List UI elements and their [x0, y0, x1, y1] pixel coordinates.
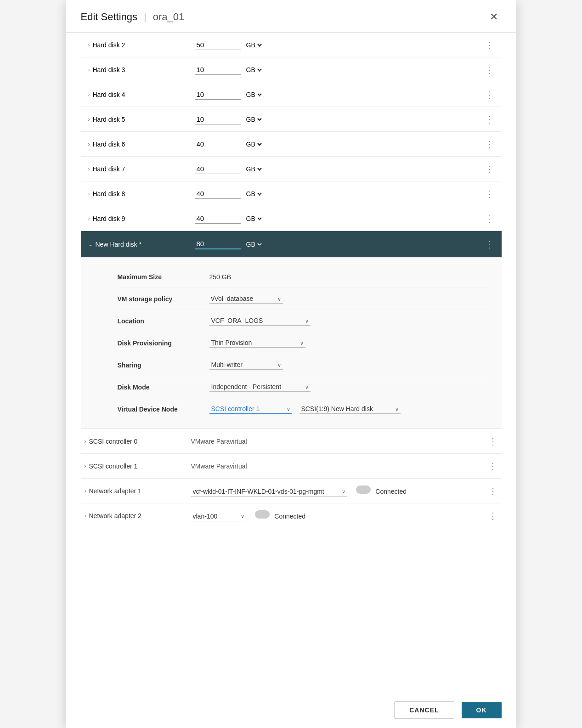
disk-label-disk7: › Hard disk 7 [85, 165, 195, 173]
location-label: Location [118, 317, 209, 325]
disk-unit-select-disk6[interactable]: GBMBTB [244, 140, 263, 148]
network-adapter-value-wrap-net2: vlan-100 Connected [191, 510, 485, 521]
disk-more-button-disk6[interactable]: ⋮ [481, 140, 498, 149]
disk-unit-select-disk7[interactable]: GBMBTB [244, 165, 263, 173]
vdn-disk-select[interactable]: SCSI(1:9) New Hard disk [299, 404, 401, 414]
disk-input-wrap-disk6: GBMBTB [195, 139, 481, 149]
connected-toggle-net2[interactable] [255, 510, 270, 519]
network-adapter-more-button-net2[interactable]: ⋮ [485, 511, 502, 520]
disk-size-input-disk2[interactable] [195, 40, 241, 50]
disk-input-wrap-disk4: GBMBTB [195, 90, 481, 100]
vdn-disk-select-wrap: SCSI(1:9) New Hard disk [299, 404, 401, 414]
new-hard-disk-more-button[interactable]: ⋮ [481, 240, 498, 249]
network-adapter-network-select-wrap-net2: vlan-100 [191, 512, 246, 521]
disk-row-disk4: › Hard disk 4 GBMBTB ⋮ [81, 82, 502, 107]
disk-more-button-disk7[interactable]: ⋮ [481, 164, 498, 174]
disk-row-inner-disk5: › Hard disk 5 GBMBTB ⋮ [81, 114, 502, 124]
disk-more-button-disk8[interactable]: ⋮ [481, 189, 498, 198]
virtual-device-node-label: Virtual Device Node [118, 406, 209, 413]
disk-unit-wrap-disk5: GBMBTB [241, 115, 263, 124]
chevron-right-icon: › [88, 67, 90, 73]
disk-label-disk2: › Hard disk 2 [85, 41, 195, 49]
sharing-select-wrap: Multi-writer No sharing [209, 360, 283, 370]
disk-size-input-disk9[interactable] [195, 214, 241, 224]
disk-more-button-disk9[interactable]: ⋮ [481, 214, 498, 223]
disk-label-disk4: › Hard disk 4 [85, 91, 195, 98]
sharing-select[interactable]: Multi-writer No sharing [209, 360, 283, 370]
disk-size-input-disk5[interactable] [195, 114, 241, 124]
disk-size-input-disk6[interactable] [195, 139, 241, 149]
disk-more-button-disk5[interactable]: ⋮ [481, 115, 498, 124]
chevron-right-icon: › [88, 42, 90, 48]
chevron-right-icon: › [88, 166, 90, 172]
vdn-controller-select-wrap: SCSI controller 1 SCSI controller 0 [209, 404, 292, 414]
disk-more-button-disk2[interactable]: ⋮ [481, 40, 498, 50]
disk-unit-select-disk3[interactable]: GBMBTB [244, 66, 263, 74]
chevron-right-icon: › [88, 91, 90, 98]
disk-unit-select-disk4[interactable]: GBMBTB [244, 90, 263, 99]
disk-provisioning-select[interactable]: Thin Provision Thick Provision Lazy Zero… [209, 338, 305, 348]
new-hard-disk-unit-select[interactable]: GB MB TB [244, 240, 263, 248]
disk-label-text-disk9: Hard disk 9 [93, 215, 125, 222]
disk-mode-select[interactable]: Independent - Persistent Dependent Indep… [209, 382, 311, 392]
disk-size-input-disk4[interactable] [195, 90, 241, 100]
modal-footer: CANCEL OK [66, 692, 516, 728]
disk-row-inner-disk9: › Hard disk 9 GBMBTB ⋮ [81, 214, 502, 224]
disk-more-button-disk4[interactable]: ⋮ [481, 90, 498, 99]
new-hard-disk-details: Maximum Size 250 GB VM storage policy vV… [81, 258, 502, 429]
disk-unit-select-disk9[interactable]: GBMBTB [244, 214, 263, 223]
disk-unit-wrap-disk7: GBMBTB [241, 165, 263, 173]
disk-unit-wrap-disk3: GBMBTB [241, 66, 263, 74]
controller-more-button-scsi0[interactable]: ⋮ [485, 437, 502, 446]
disk-unit-wrap-disk2: GBMBTB [241, 41, 263, 49]
disk-unit-select-disk2[interactable]: GBMBTB [244, 41, 263, 49]
connected-label-net1: Connected [375, 488, 407, 495]
controller-value-scsi1: VMware Paravirtual [191, 463, 485, 470]
network-adapter-row-net2: › Network adapter 2 vlan-100 Connected ⋮ [81, 503, 502, 528]
connected-toggle-net1[interactable] [356, 485, 371, 494]
disk-size-input-disk8[interactable] [195, 189, 241, 199]
header-divider: | [144, 11, 147, 23]
new-hard-disk-label: ⌄ New Hard disk * [85, 241, 195, 248]
disk-input-wrap-disk7: GBMBTB [195, 164, 481, 174]
disk-size-input-disk7[interactable] [195, 164, 241, 174]
disk-mode-select-wrap: Independent - Persistent Dependent Indep… [209, 382, 311, 392]
disk-label-disk9: › Hard disk 9 [85, 215, 195, 222]
disk-row-disk7: › Hard disk 7 GBMBTB ⋮ [81, 157, 502, 181]
sharing-value: Multi-writer No sharing [209, 360, 283, 370]
disk-more-button-disk3[interactable]: ⋮ [481, 65, 498, 74]
disk-input-wrap-disk3: GBMBTB [195, 65, 481, 75]
network-adapter-network-select-net2[interactable]: vlan-100 [191, 512, 246, 521]
network-adapter-network-select-net1[interactable]: vcf-wkld-01-IT-INF-WKLD-01-vds-01-pg-mgm… [191, 487, 347, 497]
controller-rows-container: › SCSI controller 0 VMware Paravirtual ⋮… [81, 429, 502, 479]
network-adapter-connected-wrap-net2: Connected [255, 513, 305, 520]
network-adapter-more-button-net1[interactable]: ⋮ [485, 486, 502, 496]
close-button[interactable]: ✕ [486, 10, 502, 24]
vm-storage-policy-select[interactable]: vVol_database [209, 294, 283, 304]
vdn-controller-select[interactable]: SCSI controller 1 SCSI controller 0 [209, 404, 292, 414]
disk-unit-select-disk5[interactable]: GBMBTB [244, 115, 263, 124]
header-left: Edit Settings | ora_01 [81, 11, 185, 23]
controller-more-button-scsi1[interactable]: ⋮ [485, 462, 502, 471]
controller-label-text-scsi1: SCSI controller 1 [89, 463, 138, 470]
location-value: VCF_ORA_LOGS [209, 316, 311, 326]
modal-header: Edit Settings | ora_01 ✕ [66, 0, 516, 33]
controller-row-scsi1: › SCSI controller 1 VMware Paravirtual ⋮ [81, 454, 502, 479]
location-select[interactable]: VCF_ORA_LOGS [209, 316, 311, 326]
new-hard-disk-size-input[interactable] [195, 239, 241, 249]
cancel-button[interactable]: CANCEL [394, 701, 454, 719]
disk-size-input-disk3[interactable] [195, 65, 241, 75]
network-adapter-label-text-net1: Network adapter 1 [89, 487, 141, 495]
disk-label-text-disk3: Hard disk 3 [93, 66, 125, 73]
new-hard-disk-row: ⌄ New Hard disk * GB MB TB ⋮ [81, 231, 502, 258]
detail-max-size-row: Maximum Size 250 GB [118, 266, 487, 288]
disk-unit-wrap-disk8: GBMBTB [241, 190, 263, 198]
disk-unit-select-disk8[interactable]: GBMBTB [244, 190, 263, 198]
disk-input-wrap-disk8: GBMBTB [195, 189, 481, 199]
vm-storage-policy-label: VM storage policy [118, 295, 209, 303]
ok-button[interactable]: OK [462, 702, 502, 718]
network-adapter-row-net1: › Network adapter 1 vcf-wkld-01-IT-INF-W… [81, 479, 502, 503]
disk-label-text-disk7: Hard disk 7 [93, 165, 125, 173]
chevron-right-icon: › [85, 438, 86, 445]
edit-settings-modal: Edit Settings | ora_01 ✕ › Hard disk 2 G… [66, 0, 516, 728]
